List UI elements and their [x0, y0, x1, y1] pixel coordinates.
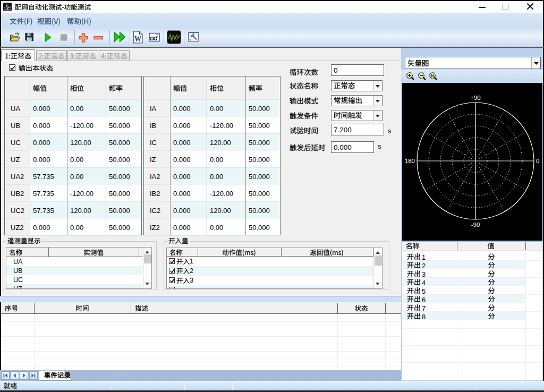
svg-text:180: 180 [405, 158, 415, 164]
svg-text:-90: -90 [471, 221, 480, 228]
svg-text:W: W [134, 35, 142, 43]
svg-text:ONLLY: ONLLY [5, 9, 11, 11]
svg-text:0: 0 [536, 158, 539, 164]
svg-text:N: N [431, 73, 434, 78]
svg-text:+90: +90 [470, 95, 481, 101]
